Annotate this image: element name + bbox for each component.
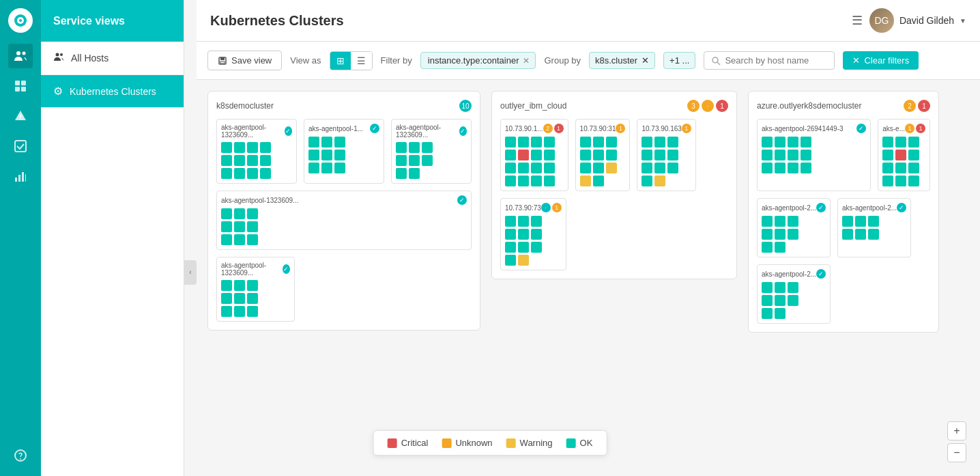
cell — [762, 229, 773, 240]
cluster-badge-1: 10 — [459, 100, 472, 112]
cell — [247, 168, 258, 179]
cell — [247, 221, 258, 232]
cell — [334, 163, 345, 173]
host-group: aks-e... 1 1 — [878, 119, 930, 191]
cluster-badge-yellow2: · — [702, 100, 714, 112]
cell — [234, 208, 245, 219]
cell — [422, 142, 433, 153]
cell — [505, 163, 516, 173]
cell — [642, 163, 652, 173]
filter-tag-value: instance.type:container — [428, 55, 519, 66]
user-menu[interactable]: DG David Gildeh ▼ — [869, 8, 966, 33]
host-group: aks-agentpool-1323609... ✓ — [216, 191, 472, 250]
app-logo[interactable] — [8, 8, 33, 33]
cell — [801, 150, 811, 160]
legend-ok-label: OK — [580, 438, 593, 448]
nav-icon-grid[interactable] — [8, 74, 33, 98]
cell — [234, 293, 245, 304]
collapse-nav-button[interactable]: ‹ — [184, 260, 197, 285]
cell — [593, 163, 604, 173]
nav-header: Service views — [41, 0, 184, 42]
nav-icon-help[interactable] — [8, 443, 33, 468]
cell — [260, 168, 271, 179]
zoom-in-button[interactable]: + — [947, 421, 966, 440]
save-view-button[interactable]: Save view — [207, 51, 282, 70]
legend-unknown: Unknown — [442, 438, 492, 448]
cell — [642, 137, 652, 148]
cell — [762, 308, 773, 319]
cluster-badge-r3: 1 — [918, 100, 930, 112]
cell — [667, 137, 678, 148]
view-as-label: View as — [290, 55, 321, 66]
cell — [544, 163, 555, 173]
cell — [855, 216, 866, 227]
cell — [908, 163, 919, 173]
cell — [260, 142, 271, 153]
cell — [762, 163, 773, 173]
cell — [762, 242, 773, 253]
group-tag-remove[interactable]: ✕ — [642, 55, 649, 66]
nav-icon-alert[interactable] — [8, 104, 33, 128]
host-group: aks-agentpool-2... ✓ — [757, 264, 831, 324]
kubernetes-icon: ⚙ — [53, 85, 63, 98]
legend-critical-label: Critical — [401, 438, 429, 448]
svg-point-10 — [20, 118, 21, 120]
nav-icon-hosts[interactable] — [8, 44, 33, 68]
cell — [409, 142, 420, 153]
all-hosts-icon — [53, 51, 64, 65]
cell — [788, 295, 798, 306]
svg-line-24 — [717, 62, 720, 65]
group-plus-tag[interactable]: +1 ... — [663, 52, 695, 69]
svg-rect-12 — [15, 178, 17, 182]
cluster-name-3: azure.outlyerk8sdemocluster — [757, 101, 861, 111]
cell — [221, 280, 232, 291]
clear-filters-label: Clear filters — [864, 55, 909, 66]
menu-icon[interactable]: ☰ — [852, 13, 863, 28]
cell — [234, 168, 245, 179]
cell — [321, 150, 332, 160]
cell — [788, 150, 798, 160]
cell-warning — [518, 255, 529, 266]
cell — [234, 221, 245, 232]
cell — [544, 150, 555, 160]
nav-all-hosts[interactable]: All Hosts — [41, 42, 184, 75]
cell — [842, 229, 853, 240]
cell — [505, 242, 516, 253]
host-group: 10.73.90:31 1 — [575, 119, 631, 191]
clear-filters-button[interactable]: ✕ Clear filters — [843, 51, 919, 70]
svg-rect-9 — [20, 115, 21, 117]
svg-rect-5 — [15, 81, 20, 85]
cell — [221, 208, 232, 219]
cell — [221, 234, 232, 245]
cell — [775, 229, 786, 240]
svg-point-3 — [16, 51, 20, 55]
cell — [775, 216, 786, 227]
zoom-out-button[interactable]: − — [947, 443, 966, 462]
cell — [234, 234, 245, 245]
svg-rect-22 — [220, 61, 225, 64]
cell — [334, 150, 345, 160]
grid-view-button[interactable]: ⊞ — [330, 52, 351, 70]
nav-icon-check[interactable] — [8, 134, 33, 158]
cell — [895, 176, 906, 186]
cell — [593, 137, 604, 148]
list-view-button[interactable]: ☰ — [351, 52, 372, 70]
host-group: aks-agentpool-2... ✓ — [757, 198, 831, 257]
legend-dot-warning — [506, 438, 516, 448]
save-icon — [218, 56, 227, 66]
kubernetes-clusters-label: Kubernetes Clusters — [70, 86, 156, 97]
host-group: aks-agentpool-2... ✓ — [837, 198, 911, 257]
search-input[interactable] — [725, 55, 827, 66]
nav-kubernetes-clusters[interactable]: ⚙ Kubernetes Clusters — [41, 75, 184, 108]
search-box[interactable] — [704, 51, 835, 70]
cell — [247, 142, 258, 153]
cell-critical — [518, 150, 529, 160]
cell — [308, 163, 319, 173]
nav-icon-metrics[interactable] — [8, 164, 33, 188]
filter-tag-remove[interactable]: ✕ — [523, 56, 530, 66]
group-by-label: Group by — [544, 55, 580, 66]
cell — [762, 295, 773, 306]
legend-dot-critical — [388, 438, 397, 448]
legend-warning-label: Warning — [520, 438, 553, 448]
cell — [762, 150, 773, 160]
